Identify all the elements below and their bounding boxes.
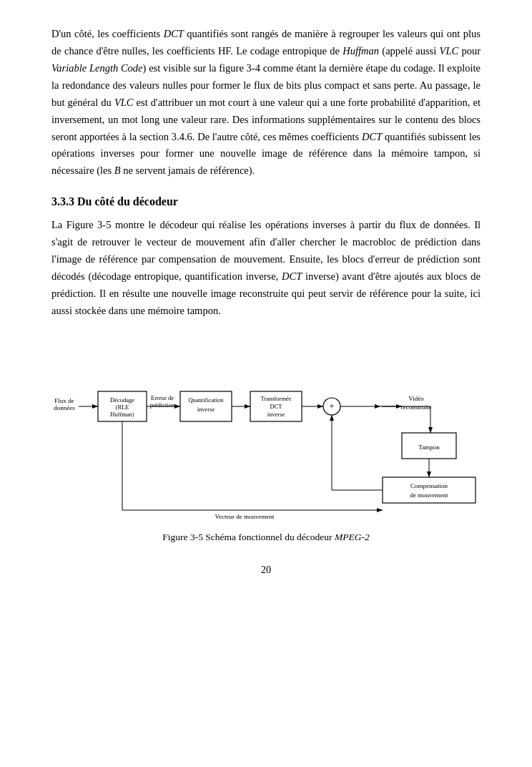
paragraph-2: La Figure 3-5 montre le décodeur qui réa… bbox=[51, 217, 481, 320]
svg-text:inverse: inverse bbox=[267, 411, 285, 418]
svg-text:données: données bbox=[54, 404, 75, 411]
svg-text:Flux de: Flux de bbox=[54, 397, 74, 404]
svg-text:+: + bbox=[329, 401, 334, 411]
svg-text:Tampon: Tampon bbox=[418, 444, 440, 451]
section-heading: 3.3.3 Du côté du décodeur bbox=[51, 195, 481, 208]
svg-text:Compensation: Compensation bbox=[410, 482, 448, 489]
svg-text:Vecteur de mouvement: Vecteur de mouvement bbox=[215, 513, 275, 520]
page: D'un côté, les coefficients DCT quantifi… bbox=[0, 0, 532, 767]
page-number: 20 bbox=[51, 565, 481, 576]
figure-caption: Figure 3-5 Schéma fonctionnel du décodeu… bbox=[162, 532, 369, 543]
svg-text:de mouvement: de mouvement bbox=[410, 492, 448, 499]
svg-rect-32 bbox=[383, 477, 476, 503]
svg-text:Erreur de: Erreur de bbox=[151, 394, 174, 401]
svg-text:reconstruite: reconstruite bbox=[401, 404, 431, 411]
svg-text:Vidéo: Vidéo bbox=[408, 395, 424, 402]
figure-container: Flux de données Décodage (RLE Huffman) E… bbox=[51, 340, 481, 543]
svg-text:Quantification: Quantification bbox=[188, 396, 224, 404]
paragraph-1: D'un côté, les coefficients DCT quantifi… bbox=[51, 26, 481, 180]
svg-text:prédiction: prédiction bbox=[150, 401, 175, 409]
svg-text:Huffman): Huffman) bbox=[110, 411, 134, 418]
svg-text:Décodage: Décodage bbox=[110, 396, 134, 404]
svg-text:Transformée: Transformée bbox=[260, 395, 291, 402]
svg-text:DCT: DCT bbox=[270, 403, 283, 410]
svg-text:(RLE: (RLE bbox=[116, 404, 129, 411]
svg-text:inverse: inverse bbox=[197, 406, 215, 413]
figure-diagram: Flux de données Décodage (RLE Huffman) E… bbox=[51, 340, 481, 526]
